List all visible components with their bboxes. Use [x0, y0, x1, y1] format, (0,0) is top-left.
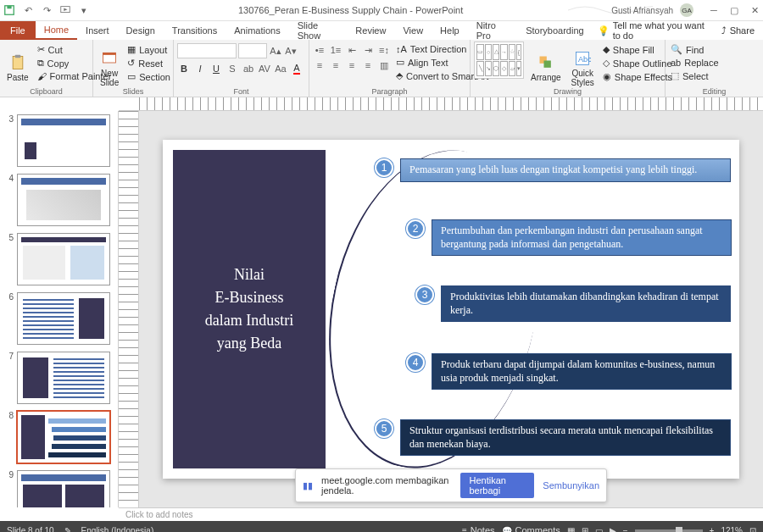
point-1[interactable]: 1 Pemasaran yang lebih luas dengan tingk… — [375, 158, 731, 182]
shape-fill-button[interactable]: ◆Shape Fill — [601, 43, 674, 56]
thumb-5[interactable] — [17, 233, 110, 285]
zoom-in-icon[interactable]: + — [710, 526, 715, 533]
reset-icon: ↺ — [127, 58, 135, 69]
minimize-icon[interactable]: ─ — [709, 5, 719, 15]
section-button[interactable]: ▭Section — [125, 70, 172, 83]
tab-storyboarding[interactable]: Storyboarding — [517, 21, 593, 40]
undo-icon[interactable]: ↶ — [22, 4, 34, 16]
tab-design[interactable]: Design — [118, 21, 164, 40]
group-paragraph: •≡ 1≡ ⇤ ⇥ ≡↕ ≡ ≡ ≡ ≡ ▥ ↕AText Direction … — [309, 40, 471, 97]
columns-icon[interactable]: ▥ — [377, 58, 391, 72]
screen-share-banner: ▮▮ meet.google.com membagikan jendela. H… — [295, 468, 607, 502]
shape-gallery[interactable]: ▭○△→☆{ ╲↘⬡◇▱▾ — [474, 42, 524, 79]
font-family-select[interactable] — [177, 43, 237, 58]
ribbon-tabs: File Home Insert Design Transitions Anim… — [0, 21, 763, 40]
tell-me-search[interactable]: 💡 Tell me what you want to do — [598, 21, 713, 40]
line-spacing-icon[interactable]: ≡↕ — [377, 43, 391, 57]
tab-home[interactable]: Home — [36, 21, 77, 40]
increase-indent-icon[interactable]: ⇥ — [361, 43, 375, 57]
thumb-9[interactable] — [17, 470, 110, 507]
qat-dropdown-icon[interactable]: ▾ — [78, 4, 90, 16]
notes-pane[interactable]: Click to add notes — [119, 507, 763, 521]
slide-counter[interactable]: Slide 8 of 10 — [7, 526, 54, 533]
spellcheck-icon[interactable]: ✎ — [64, 526, 71, 533]
thumb-8[interactable] — [17, 411, 110, 463]
point-2[interactable]: 2 Pertumbuhan dan perkembangan industri … — [406, 219, 732, 256]
layout-button[interactable]: ▦Layout — [125, 43, 172, 56]
shrink-font-icon[interactable]: A▾ — [284, 44, 298, 58]
tab-slideshow[interactable]: Slide Show — [289, 21, 348, 40]
point-3[interactable]: 3 Produktivitas lebih diutamakan dibandi… — [415, 285, 731, 322]
align-left-icon[interactable]: ≡ — [313, 58, 326, 72]
tab-transitions[interactable]: Transitions — [164, 21, 226, 40]
numbering-icon[interactable]: 1≡ — [329, 43, 343, 57]
point-3-number: 3 — [415, 285, 434, 304]
change-case-icon[interactable]: Aa — [274, 62, 287, 75]
restore-icon[interactable]: ▢ — [729, 5, 739, 15]
paragraph-label: Paragraph — [309, 87, 470, 96]
point-5-number: 5 — [375, 419, 393, 438]
reset-button[interactable]: ↺Reset — [125, 57, 172, 69]
tab-review[interactable]: Review — [347, 21, 394, 40]
zoom-slider[interactable] — [635, 529, 703, 532]
font-color-icon[interactable]: A — [290, 62, 304, 75]
ruler-vertical[interactable] — [119, 111, 139, 507]
thumb-num-8: 8 — [3, 411, 14, 463]
tab-view[interactable]: View — [394, 21, 432, 40]
thumb-6[interactable] — [17, 292, 110, 345]
point-5[interactable]: 5 Struktur organisasi terdistribusi seca… — [375, 419, 731, 456]
copy-icon: ⧉ — [37, 58, 44, 69]
replace-button[interactable]: abReplace — [669, 57, 760, 69]
zoom-percent[interactable]: 121% — [721, 526, 743, 533]
stop-sharing-button[interactable]: Hentikan berbagi — [460, 473, 534, 498]
redo-icon[interactable]: ↷ — [41, 4, 53, 16]
decrease-indent-icon[interactable]: ⇤ — [345, 43, 359, 57]
notes-toggle[interactable]: ≡ Notes — [462, 525, 495, 532]
justify-icon[interactable]: ≡ — [361, 58, 375, 72]
shape-effects-button[interactable]: ◉Shape Effects — [601, 70, 674, 83]
zoom-out-icon[interactable]: − — [623, 526, 628, 533]
language-indicator[interactable]: English (Indonesia) — [81, 526, 154, 533]
shape-outline-button[interactable]: ◇Shape Outline — [601, 57, 674, 69]
slide[interactable]: Nilai E-Business dalam Industri yang Bed… — [163, 140, 739, 479]
align-right-icon[interactable]: ≡ — [345, 58, 359, 72]
italic-icon[interactable]: I — [193, 62, 207, 75]
hide-banner-button[interactable]: Sembunyikan — [543, 480, 599, 490]
tab-insert[interactable]: Insert — [77, 21, 118, 40]
shadow-icon[interactable]: ab — [242, 62, 255, 75]
group-slides: New Slide ▦Layout ↺Reset ▭Section Slides — [93, 40, 174, 97]
slide-title-box[interactable]: Nilai E-Business dalam Industri yang Bed… — [173, 150, 326, 468]
tab-file[interactable]: File — [0, 21, 36, 40]
strike-icon[interactable]: S — [226, 62, 239, 75]
sorter-view-icon[interactable]: ⊞ — [582, 526, 588, 533]
bold-icon[interactable]: B — [177, 62, 191, 75]
ruler-horizontal[interactable] — [119, 97, 763, 111]
thumb-7[interactable] — [17, 352, 110, 404]
slide-thumbnails[interactable]: 3 4 5 6 7 8 9 10 — [0, 111, 119, 507]
spacing-icon[interactable]: AV — [258, 62, 271, 75]
normal-view-icon[interactable]: ▦ — [567, 526, 575, 533]
point-4[interactable]: 4 Produk terbaru dapat dijumpai dalam ko… — [406, 353, 732, 390]
tab-help[interactable]: Help — [432, 21, 468, 40]
thumb-3[interactable] — [17, 114, 110, 167]
thumb-4[interactable] — [17, 174, 110, 226]
tab-nitro[interactable]: Nitro Pro — [468, 21, 517, 40]
select-button[interactable]: ⬚Select — [669, 69, 760, 82]
user-avatar[interactable]: GA — [680, 3, 693, 17]
bullets-icon[interactable]: •≡ — [313, 43, 326, 57]
share-button[interactable]: ⤴ Share — [713, 21, 763, 40]
grow-font-icon[interactable]: A▴ — [269, 44, 282, 58]
font-size-select[interactable] — [238, 43, 267, 58]
fit-to-window-icon[interactable]: ⊡ — [749, 526, 756, 533]
align-center-icon[interactable]: ≡ — [329, 58, 343, 72]
slideshow-view-icon[interactable]: ▶ — [610, 526, 616, 533]
canvas[interactable]: Nilai E-Business dalam Industri yang Bed… — [139, 111, 763, 507]
find-button[interactable]: 🔍Find — [669, 43, 760, 56]
tab-animations[interactable]: Animations — [226, 21, 288, 40]
save-icon[interactable] — [3, 4, 15, 16]
close-icon[interactable]: ✕ — [749, 5, 760, 15]
comments-toggle[interactable]: 💬 Comments — [502, 525, 560, 532]
reading-view-icon[interactable]: ▭ — [595, 526, 603, 533]
underline-icon[interactable]: U — [209, 62, 223, 75]
start-from-beginning-icon[interactable] — [59, 4, 71, 16]
